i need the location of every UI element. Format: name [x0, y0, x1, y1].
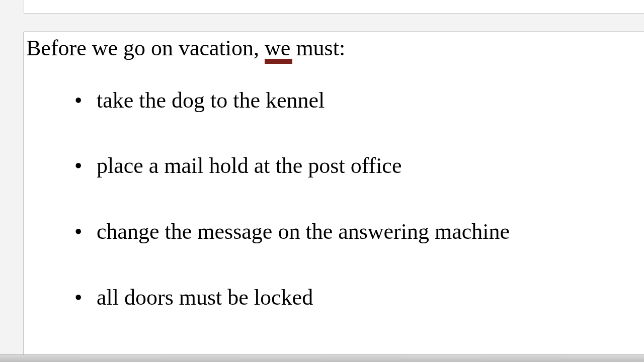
list-item: all doors must be locked — [97, 285, 644, 311]
slide-heading: Before we go on vacation, we must: — [26, 35, 644, 62]
heading-text-after: must: — [290, 36, 345, 60]
heading-underlined-word: we — [265, 35, 290, 62]
top-empty-frame — [24, 0, 644, 14]
list-item: take the dog to the kennel — [97, 88, 644, 114]
list-item: place a mail hold at the post office — [97, 153, 644, 179]
window-bottom-edge — [0, 354, 644, 362]
list-item: change the message on the answering mach… — [97, 219, 644, 245]
heading-text-before: Before we go on vacation, — [26, 36, 265, 60]
bullet-list: take the dog to the kennel place a mail … — [24, 88, 644, 310]
slide-content-frame: Before we go on vacation, we must: take … — [24, 32, 644, 354]
